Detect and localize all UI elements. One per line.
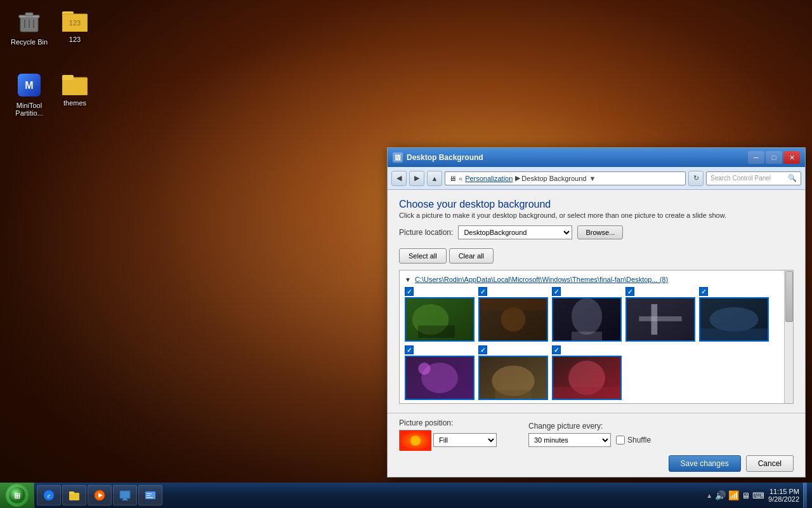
image-checkbox-4[interactable] bbox=[625, 287, 634, 296]
cancel-button[interactable]: Cancel bbox=[746, 455, 794, 472]
svg-rect-8 bbox=[62, 14, 88, 32]
address-arrow: ▶ bbox=[515, 174, 520, 182]
address-chevron-left: « bbox=[459, 175, 462, 182]
address-part-personalization[interactable]: Personalization bbox=[465, 175, 513, 182]
minitool-label: MiniTool Partitio... bbox=[9, 102, 49, 117]
themes-label: themes bbox=[63, 99, 86, 107]
svg-rect-54 bbox=[147, 497, 153, 498]
svg-rect-7 bbox=[62, 11, 74, 17]
desktop-icon-themes[interactable]: themes bbox=[52, 70, 98, 109]
svg-point-27 bbox=[709, 307, 758, 332]
image-item-1[interactable] bbox=[405, 287, 475, 342]
image-thumb-4[interactable] bbox=[625, 297, 695, 342]
scrollbar-thumb[interactable] bbox=[785, 271, 793, 322]
desktop-icon-recycle-bin[interactable]: Recycle Bin bbox=[6, 6, 52, 48]
start-button[interactable]: ⊞ bbox=[0, 483, 34, 508]
clock-time: 11:15 PM bbox=[768, 488, 799, 495]
image-item-7[interactable] bbox=[478, 345, 548, 400]
dialog-icon: 🖼 bbox=[393, 152, 403, 163]
themes-folder-icon bbox=[62, 72, 88, 97]
forward-button[interactable]: ▶ bbox=[409, 171, 424, 186]
search-placeholder: Search Control Panel bbox=[710, 175, 771, 182]
taskbar-ie[interactable]: e bbox=[37, 485, 61, 505]
image-thumb-7[interactable] bbox=[478, 356, 548, 400]
address-dropdown-arrow[interactable]: ▼ bbox=[589, 175, 596, 182]
image-row-1 bbox=[402, 287, 790, 342]
image-item-6[interactable] bbox=[405, 345, 475, 400]
image-checkbox-1[interactable] bbox=[405, 287, 414, 296]
maximize-button[interactable]: □ bbox=[766, 151, 782, 164]
svg-point-18 bbox=[501, 307, 526, 332]
interval-select[interactable]: 30 minutes bbox=[528, 433, 611, 447]
taskbar-explorer[interactable] bbox=[62, 485, 86, 505]
svg-rect-25 bbox=[639, 316, 681, 321]
image-checkbox-8[interactable] bbox=[552, 345, 561, 354]
svg-point-31 bbox=[418, 363, 430, 375]
svg-rect-53 bbox=[147, 495, 150, 496]
picture-position-select[interactable]: Fill bbox=[433, 433, 497, 447]
image-checkbox-7[interactable] bbox=[478, 345, 487, 354]
image-thumb-8[interactable] bbox=[552, 356, 622, 400]
taskbar: ⊞ e bbox=[0, 483, 812, 508]
up-button[interactable]: ▲ bbox=[427, 171, 442, 186]
close-button[interactable]: ✕ bbox=[783, 151, 800, 164]
desktop-icon-123[interactable]: 123 123 bbox=[52, 6, 98, 46]
title-bar-buttons: ─ □ ✕ bbox=[748, 151, 800, 164]
minimize-button[interactable]: ─ bbox=[748, 151, 764, 164]
taskbar-settings[interactable] bbox=[138, 485, 162, 505]
svg-text:123: 123 bbox=[69, 19, 81, 27]
picture-location-label: Picture location: bbox=[399, 228, 453, 237]
clear-all-button[interactable]: Clear all bbox=[449, 248, 494, 264]
image-checkbox-6[interactable] bbox=[405, 345, 414, 354]
image-item-3[interactable] bbox=[552, 287, 622, 342]
dialog-content: Choose your desktop background Click a p… bbox=[388, 190, 805, 413]
page-title: Choose your desktop background bbox=[399, 199, 794, 210]
image-checkbox-3[interactable] bbox=[552, 287, 561, 296]
group-chevron[interactable]: ▼ bbox=[405, 276, 411, 283]
change-picture-section: Change picture every: 30 minutes Shuffle bbox=[528, 422, 651, 447]
shuffle-checkbox[interactable] bbox=[616, 436, 625, 444]
desktop-background-dialog: 🖼 Desktop Background ─ □ ✕ ◀ ▶ ▲ 🖥 « Per… bbox=[387, 147, 806, 478]
group-path[interactable]: C:\Users\Rodin\AppData\Local\Microsoft\W… bbox=[415, 276, 668, 283]
search-box[interactable]: Search Control Panel 🔍 bbox=[706, 171, 801, 185]
svg-rect-13 bbox=[62, 75, 74, 80]
tray-network-icon[interactable]: 📶 bbox=[728, 490, 739, 500]
change-picture-label: Change picture every: bbox=[528, 422, 651, 431]
taskbar-tray: ▲ 🔊 📶 🖥 ⌨ 11:15 PM 9/28/2022 bbox=[701, 483, 812, 508]
save-changes-button[interactable]: Save changes bbox=[669, 455, 741, 472]
image-item-5[interactable] bbox=[699, 287, 769, 342]
picture-location-select[interactable]: DesktopBackground bbox=[458, 225, 572, 239]
image-checkbox-5[interactable] bbox=[699, 287, 708, 296]
taskbar-media[interactable] bbox=[88, 485, 112, 505]
taskbar-items: e bbox=[34, 485, 701, 505]
image-checkbox-2[interactable] bbox=[478, 287, 487, 296]
tray-display-icon[interactable]: 🖥 bbox=[742, 491, 750, 500]
title-bar[interactable]: 🖼 Desktop Background ─ □ ✕ bbox=[388, 148, 805, 167]
grid-scrollbar[interactable] bbox=[784, 271, 793, 403]
image-item-4[interactable] bbox=[625, 287, 695, 342]
desktop-icon-minitool[interactable]: M MiniTool Partitio... bbox=[6, 70, 52, 119]
image-thumb-5[interactable] bbox=[699, 297, 769, 342]
svg-rect-10 bbox=[18, 74, 41, 97]
taskbar-display[interactable] bbox=[113, 485, 137, 505]
refresh-button[interactable]: ↻ bbox=[688, 171, 704, 186]
tray-speaker-icon[interactable]: 🔊 bbox=[715, 490, 726, 500]
tray-keyboard-icon[interactable]: ⌨ bbox=[752, 491, 764, 500]
address-path[interactable]: 🖥 « Personalization ▶ Desktop Background… bbox=[445, 171, 686, 185]
image-grid-scroll[interactable]: ▼ C:\Users\Rodin\AppData\Local\Microsoft… bbox=[400, 271, 793, 403]
image-thumb-1[interactable] bbox=[405, 297, 475, 342]
image-thumb-3[interactable] bbox=[552, 297, 622, 342]
image-thumb-2[interactable] bbox=[478, 297, 548, 342]
image-item-2[interactable] bbox=[478, 287, 548, 342]
svg-rect-16 bbox=[418, 326, 455, 338]
shuffle-label: Shuffle bbox=[627, 436, 651, 444]
save-cancel-row: Save changes Cancel bbox=[399, 455, 794, 472]
browse-button[interactable]: Browse... bbox=[577, 225, 623, 239]
tray-icons: ▲ 🔊 📶 🖥 ⌨ bbox=[706, 490, 764, 500]
show-desktop-button[interactable] bbox=[803, 483, 807, 508]
select-all-button[interactable]: Select all bbox=[399, 248, 447, 264]
image-thumb-6[interactable] bbox=[405, 356, 475, 400]
tray-clock[interactable]: 11:15 PM 9/28/2022 bbox=[768, 488, 799, 503]
back-button[interactable]: ◀ bbox=[391, 171, 407, 186]
image-item-8[interactable] bbox=[552, 345, 622, 400]
